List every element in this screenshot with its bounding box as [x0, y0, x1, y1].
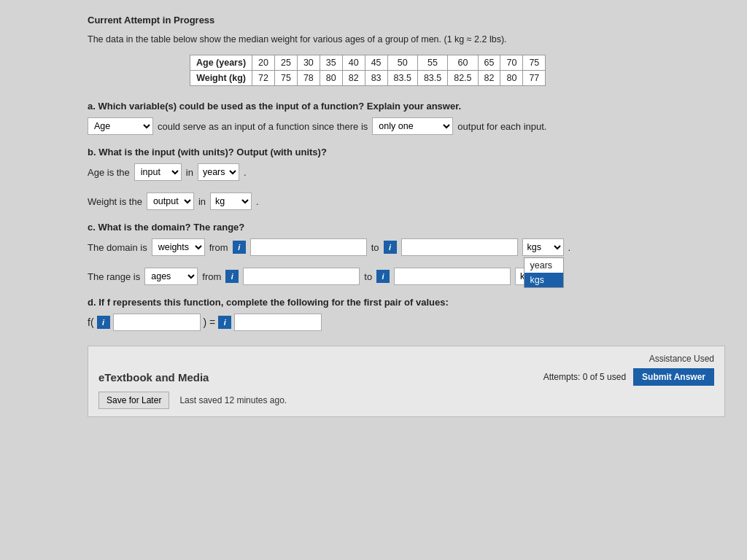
weight-header: Weight (kg) — [190, 71, 252, 86]
section-title: Current Attempt in Progress — [88, 15, 725, 26]
part-d-label: d. If f represents this function, comple… — [88, 297, 725, 308]
weight-unit-select[interactable]: years kg — [210, 192, 252, 210]
age-70: 70 — [500, 55, 523, 71]
domain-to-input[interactable] — [401, 238, 518, 256]
weight-82b: 82 — [478, 71, 500, 86]
age-50: 50 — [387, 55, 417, 71]
weight-72: 72 — [252, 71, 275, 86]
f-input-info-icon[interactable]: i — [97, 316, 110, 329]
domain-period: . — [568, 242, 571, 253]
footer-bottom: Save for Later Last saved 12 minutes ago… — [98, 392, 714, 409]
weight-82: 82 — [342, 71, 365, 86]
part-d-answer-row: f( i ) = i — [88, 314, 725, 331]
weight-77: 77 — [523, 71, 546, 86]
age-45: 45 — [365, 55, 387, 71]
domain-unit-select[interactable]: years kgs — [522, 238, 564, 256]
domain-from-info-icon[interactable]: i — [233, 241, 246, 254]
range-to-text: to — [364, 271, 372, 282]
f-output-info-icon[interactable]: i — [218, 316, 231, 329]
domain-to-info-icon[interactable]: i — [384, 241, 397, 254]
weight-role-select[interactable]: input output — [147, 192, 194, 210]
weight-80b: 80 — [500, 71, 523, 86]
part-c-label: c. What is the domain? The range? — [88, 222, 725, 233]
etextbook-label: eTextbook and Media — [98, 371, 209, 384]
age-role-select[interactable]: input output — [134, 163, 182, 181]
part-a-end-text: output for each input. — [457, 121, 546, 132]
assistance-used: Assistance Used — [98, 354, 714, 364]
weight-83: 83 — [365, 71, 387, 86]
weight-825: 82.5 — [448, 71, 478, 86]
f-open-paren: f( — [88, 316, 94, 328]
range-type-select[interactable]: ages weights — [144, 268, 198, 285]
part-b-weight-row: Weight is the input output in years kg . — [88, 192, 725, 210]
part-a-label: a. Which variable(s) could be used as th… — [88, 101, 725, 112]
age-35: 35 — [320, 55, 342, 71]
attempts-text: Attempts: 0 of 5 used — [543, 372, 626, 382]
f-close-equals: ) = — [204, 316, 216, 328]
submit-answer-button[interactable]: Submit Answer — [633, 368, 714, 386]
part-b-age-row: Age is the input output in years kg . — [88, 163, 725, 181]
age-30: 30 — [297, 55, 320, 71]
part-a-variable-select[interactable]: Age Weight — [88, 117, 153, 135]
age-in-text: in — [186, 167, 193, 178]
last-saved-text: Last saved 12 minutes ago. — [179, 395, 287, 405]
table-row-header: Age (years) 20 25 30 35 40 45 50 55 60 6… — [190, 55, 546, 71]
age-60: 60 — [448, 55, 478, 71]
range-to-input[interactable] — [394, 268, 511, 285]
age-40: 40 — [342, 55, 365, 71]
age-75: 75 — [523, 55, 546, 71]
age-period: . — [244, 167, 247, 178]
weight-period: . — [256, 196, 259, 207]
domain-unit-option-years[interactable]: years — [525, 258, 563, 273]
domain-unit-dropdown-overlay: years kgs — [524, 257, 564, 288]
weight-75: 75 — [275, 71, 298, 86]
range-from-text: from — [202, 271, 221, 282]
weight-is-the-text: Weight is the — [88, 196, 142, 207]
table-row-weight: Weight (kg) 72 75 78 80 82 83 83.5 83.5 … — [190, 71, 546, 86]
domain-prefix: The domain is — [88, 242, 147, 253]
domain-type-select[interactable]: ages weights — [152, 238, 205, 256]
footer-section: Assistance Used eTextbook and Media Atte… — [88, 346, 725, 417]
footer-middle: eTextbook and Media Attempts: 0 of 5 use… — [98, 368, 714, 386]
range-prefix: The range is — [88, 271, 140, 282]
attempts-area: Attempts: 0 of 5 used Submit Answer — [543, 368, 714, 386]
weight-78: 78 — [297, 71, 320, 86]
domain-from-input[interactable] — [250, 238, 367, 256]
weight-80: 80 — [320, 71, 342, 86]
problem-intro: The data in the table below show the med… — [88, 34, 725, 44]
age-25: 25 — [275, 55, 298, 71]
data-table: Age (years) 20 25 30 35 40 45 50 55 60 6… — [190, 55, 546, 86]
range-row: The range is ages weights from i to i ye… — [88, 268, 725, 285]
age-is-the-text: Age is the — [88, 167, 130, 178]
part-a-middle-text: could serve as an input of a function si… — [158, 121, 368, 132]
f-output-field[interactable] — [234, 314, 322, 331]
domain-from-text: from — [209, 242, 228, 253]
part-b-label: b. What is the input (with units)? Outpu… — [88, 147, 725, 158]
age-20: 20 — [252, 55, 275, 71]
range-from-input[interactable] — [243, 268, 360, 285]
f-input-field[interactable] — [113, 314, 201, 331]
weight-in-text: in — [198, 196, 206, 207]
age-unit-select[interactable]: years kg — [198, 163, 239, 181]
range-to-info-icon[interactable]: i — [376, 270, 390, 283]
main-page: Current Attempt in Progress The data in … — [0, 0, 747, 560]
domain-to-text: to — [371, 242, 379, 253]
range-from-info-icon[interactable]: i — [225, 270, 239, 283]
part-a-output-select[interactable]: only one more than one — [372, 117, 453, 135]
part-a-answer-row: Age Weight could serve as an input of a … — [88, 117, 725, 135]
weight-835b: 83.5 — [417, 71, 447, 86]
age-55: 55 — [417, 55, 447, 71]
domain-unit-option-kgs[interactable]: kgs — [525, 273, 563, 287]
age-65: 65 — [478, 55, 500, 71]
weight-835: 83.5 — [387, 71, 417, 86]
save-for-later-button[interactable]: Save for Later — [98, 392, 169, 409]
domain-row: The domain is ages weights from i to i y… — [88, 238, 725, 256]
age-header: Age (years) — [190, 55, 252, 71]
